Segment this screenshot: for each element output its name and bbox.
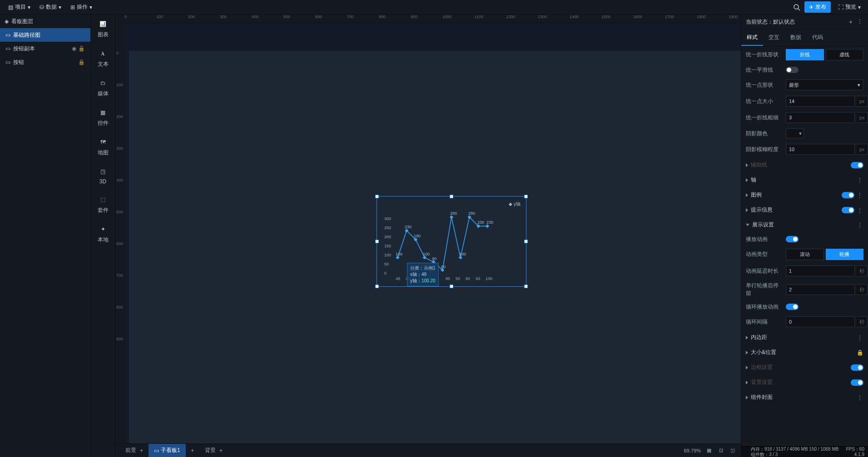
add-state-button[interactable]: ＋	[848, 18, 853, 26]
chevron-down-icon: ▾	[858, 4, 861, 10]
palette-图表[interactable]: 📊图表	[91, 19, 115, 39]
section-border[interactable]: 边框设置	[741, 360, 868, 375]
line-width-input[interactable]	[786, 112, 855, 123]
search-icon[interactable]	[793, 3, 801, 11]
fit-icon[interactable]: ⊡	[717, 447, 724, 454]
tab-code[interactable]: 代码	[807, 30, 828, 46]
border-toggle[interactable]	[851, 364, 863, 371]
state-value: 默认状态	[773, 19, 795, 25]
tab-background[interactable]: 背景+	[199, 444, 228, 457]
publish-button[interactable]: ✈ 发布	[804, 1, 831, 13]
section-legend[interactable]: 图例 ⋮	[741, 187, 868, 202]
palette-地图[interactable]: 🗺地图	[91, 137, 115, 157]
shadow-blur-label: 阴影模糊程度	[746, 146, 782, 153]
layers-title: 看板图层	[11, 18, 33, 25]
layout-icon[interactable]: ◫	[729, 447, 736, 454]
anim-type-buttons[interactable]: 滚动 轮播	[786, 249, 863, 260]
section-guide[interactable]: 辅助线	[741, 157, 868, 172]
lock-icon[interactable]: 🔒	[78, 45, 85, 52]
database-icon: ⛁	[40, 4, 44, 10]
chevron-down-icon: ▾	[89, 4, 92, 10]
smooth-label: 统一平滑线	[746, 66, 782, 74]
bg-toggle[interactable]	[851, 379, 863, 386]
point-size-input[interactable]	[786, 96, 855, 107]
point-shape-label: 统一点形状	[746, 81, 782, 89]
legend-toggle[interactable]	[842, 192, 854, 198]
palette-媒体[interactable]: 🗀媒体	[91, 78, 115, 98]
palette-套件[interactable]: ⬚套件	[91, 195, 115, 214]
axis-menu[interactable]: ⋮	[857, 177, 863, 183]
loop-gap-input[interactable]	[786, 316, 855, 327]
canvas[interactable]: ◆ y轴	[124, 24, 741, 443]
lock-icon[interactable]: 🔒	[78, 59, 85, 65]
section-padding[interactable]: 内边距 ⋮	[741, 330, 868, 345]
section-tooltip[interactable]: 提示信息 ⋮	[741, 202, 868, 217]
status-fps: FPS：60	[846, 447, 864, 452]
palette-icon: ▦	[98, 108, 108, 118]
smooth-toggle[interactable]	[786, 67, 799, 73]
tab-data[interactable]: 数据	[785, 30, 807, 46]
palette-icon: 📊	[98, 19, 108, 29]
layer-label: 按钮	[13, 59, 24, 66]
menu-project[interactable]: ▤ 项目 ▾	[4, 0, 35, 15]
anim-type-label: 动画类型	[746, 251, 782, 258]
layer-label: 按钮副本	[13, 45, 35, 53]
menu-data-label: 数据	[46, 3, 57, 11]
preview-label: 预览	[845, 3, 856, 11]
chevron-down-icon: ▾	[59, 4, 61, 10]
palette-label: 套件	[98, 206, 109, 214]
palette-3D[interactable]: ◳3D	[91, 167, 115, 185]
preview-button[interactable]: ⛶ 预览 ▾	[834, 1, 864, 13]
shadow-color-swatch[interactable]: ▾	[786, 128, 804, 138]
tab-foreground[interactable]: 前景+	[120, 444, 149, 457]
state-menu[interactable]: ⋮	[857, 18, 863, 26]
layer-item[interactable]: ▭按钮🔒	[0, 55, 90, 69]
tooltip-toggle[interactable]	[842, 207, 854, 213]
component-icon: ▭	[5, 45, 10, 52]
line-width-label: 统一折线粗细	[746, 114, 782, 122]
loop-anim-label: 循环播放动画	[746, 303, 782, 311]
send-icon: ✈	[809, 4, 813, 10]
eye-off-icon[interactable]: ◉	[72, 45, 76, 52]
section-axis[interactable]: 轴 ⋮	[741, 172, 868, 187]
line-shape-dashed[interactable]: 虚线	[826, 49, 864, 60]
section-display[interactable]: 展示设置 ⋮	[741, 217, 868, 232]
section-sizepos[interactable]: 大小&位置 🔒	[741, 345, 868, 360]
shadow-blur-input[interactable]	[786, 144, 855, 155]
loop-anim-toggle[interactable]	[786, 304, 799, 310]
play-anim-toggle[interactable]	[786, 236, 799, 242]
section-cover[interactable]: 组件封面 ⋮	[741, 390, 868, 405]
layer-item[interactable]: ▭按钮副本◉🔒	[0, 42, 90, 55]
palette-控件[interactable]: ▦控件	[91, 108, 115, 127]
guide-toggle[interactable]	[851, 162, 863, 168]
layer-item[interactable]: ▭基础路径图	[0, 28, 90, 42]
menu-ops[interactable]: ⊞ 操作 ▾	[66, 0, 97, 15]
tab-interact[interactable]: 交互	[763, 30, 785, 46]
topbar: ▤ 项目 ▾ ⛁ 数据 ▾ ⊞ 操作 ▾ ✈ 发布 ⛶ 预览 ▾	[0, 0, 868, 15]
add-tab-button[interactable]: +	[186, 447, 199, 454]
palette-本地[interactable]: ✦本地	[91, 224, 115, 244]
lock-icon[interactable]: 🔒	[857, 349, 863, 356]
palette-文本[interactable]: 𝐀文本	[91, 49, 115, 68]
canvas-footer: 前景+ ▭子看板1 + 背景+ 69.79% ▦ ⊡ ◫	[115, 443, 741, 457]
grid-toggle-icon[interactable]: ▦	[705, 447, 713, 454]
line-shape-buttons[interactable]: 折线 虚线	[786, 49, 863, 60]
section-bg[interactable]: 背景设置	[741, 375, 868, 390]
anim-type-scroll[interactable]: 滚动	[786, 249, 824, 260]
palette-label: 控件	[98, 119, 109, 127]
ruler-vertical: 0100200300400500600700800900	[115, 24, 124, 443]
anim-delay-input[interactable]	[786, 265, 855, 276]
zoom-level: 69.79%	[684, 448, 701, 453]
anim-type-carousel[interactable]: 轮播	[826, 249, 864, 260]
status-components: 组件数：3 / 3	[751, 452, 838, 457]
chart-tooltip: 分类：示例1 x轴：48 y轴：100.20	[407, 263, 439, 286]
line-shape-solid[interactable]: 折线	[786, 49, 824, 60]
palette-icon: ✦	[98, 224, 108, 234]
menu-data[interactable]: ⛁ 数据 ▾	[35, 0, 66, 15]
publish-label: 发布	[815, 3, 826, 11]
tab-style[interactable]: 样式	[741, 30, 763, 46]
tab-subboard-1[interactable]: ▭子看板1	[149, 444, 186, 457]
selected-component[interactable]: ◆ y轴	[377, 196, 526, 287]
point-shape-select[interactable]: 菱形▾	[786, 79, 863, 90]
row-pause-input[interactable]	[786, 284, 855, 295]
